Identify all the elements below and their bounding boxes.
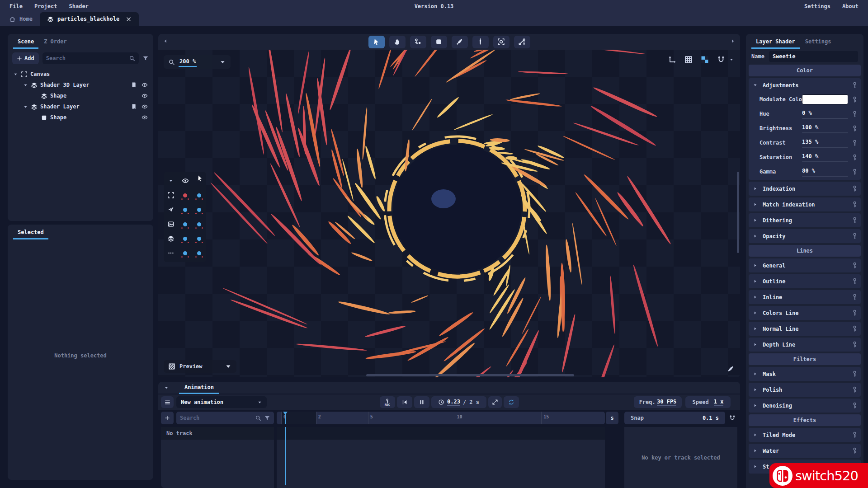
menu-about[interactable]: About: [836, 3, 864, 9]
tab-particles-blackhole[interactable]: particles_blackhole: [40, 12, 139, 26]
keyframe-icon[interactable]: [852, 371, 857, 377]
keyframe-dot[interactable]: [197, 251, 201, 255]
tab-selected[interactable]: Selected: [13, 228, 48, 239]
tool-frame-select[interactable]: [493, 36, 509, 48]
slider-track[interactable]: [802, 176, 848, 177]
slider-track[interactable]: [802, 147, 848, 148]
menu-project[interactable]: Project: [28, 3, 63, 9]
zoom-control[interactable]: 200 %: [164, 55, 231, 69]
keyframe-icon[interactable]: [852, 278, 857, 285]
time-current[interactable]: 0.23: [447, 399, 460, 406]
property-row-brightness[interactable]: Brightness100 %: [749, 121, 861, 136]
collapse-right-icon[interactable]: [730, 38, 736, 44]
zoom-value[interactable]: 200 %: [179, 57, 197, 67]
grid-icon[interactable]: [684, 55, 693, 64]
speed-value[interactable]: 1 x: [714, 399, 724, 406]
section-row-adjustments[interactable]: Adjustments: [749, 78, 861, 92]
keyframe-dot[interactable]: [197, 237, 201, 241]
keyframe-icon[interactable]: [852, 125, 857, 132]
property-row-hue[interactable]: Hue0 %: [749, 107, 861, 121]
chevron-down-icon[interactable]: [729, 57, 734, 62]
tool-brush[interactable]: [452, 36, 468, 48]
section-row-outline[interactable]: Outline: [749, 274, 861, 288]
checker-icon[interactable]: [700, 55, 709, 64]
section-row-polish[interactable]: Polish: [749, 383, 861, 397]
section-row-denoising[interactable]: Denoising: [749, 399, 861, 413]
tool-path[interactable]: [514, 36, 530, 48]
keyframe-icon[interactable]: [852, 154, 857, 161]
menu-shader[interactable]: Shader: [63, 3, 94, 9]
speed-field[interactable]: Speed 1 x: [685, 396, 731, 408]
keyframe-icon[interactable]: [852, 111, 857, 117]
section-row-tiled-mode[interactable]: Tiled Mode: [749, 428, 861, 442]
tool-pipette[interactable]: [472, 36, 489, 48]
section-row-normal-line[interactable]: Normal Line: [749, 322, 861, 336]
color-swatch[interactable]: [802, 94, 848, 104]
animation-menu-button[interactable]: [161, 396, 174, 408]
snap-value[interactable]: 0.1 s: [703, 415, 719, 421]
keyframe-icon[interactable]: [852, 169, 857, 175]
tool-transform[interactable]: [410, 36, 426, 48]
eye-icon[interactable]: [142, 82, 148, 88]
tab-settings[interactable]: Settings: [801, 37, 836, 49]
slider-track[interactable]: [802, 118, 848, 119]
freq-value[interactable]: 30 FPS: [657, 399, 676, 406]
tree-item-canvas[interactable]: Canvas: [8, 69, 153, 80]
tree-item-shape[interactable]: Shape: [8, 112, 153, 123]
axes-icon[interactable]: [668, 55, 677, 64]
tab-animation[interactable]: Animation: [179, 383, 219, 394]
keyframe-icon[interactable]: [852, 96, 857, 103]
keyframe-dot[interactable]: [183, 222, 187, 226]
record-button[interactable]: REC: [380, 396, 395, 408]
pause-button[interactable]: [414, 396, 429, 408]
preview-control[interactable]: Preview: [164, 360, 236, 373]
keyframe-icon[interactable]: [852, 217, 857, 224]
magnet-icon[interactable]: [729, 414, 736, 422]
tab-z-order[interactable]: Z Order: [39, 37, 71, 49]
track-search-input[interactable]: [180, 415, 255, 421]
keyframe-icon[interactable]: [852, 447, 857, 454]
add-track-button[interactable]: [161, 412, 174, 424]
tool-shape[interactable]: [431, 36, 447, 48]
menu-file[interactable]: File: [4, 3, 28, 9]
property-row-gamma[interactable]: Gamma80 %: [749, 164, 861, 179]
keyframe-dot[interactable]: [197, 193, 201, 197]
keyframe-dot[interactable]: [183, 251, 187, 255]
snap-field[interactable]: Snap 0.1 s: [624, 412, 725, 424]
keyframe-icon[interactable]: [852, 185, 857, 192]
tab-home[interactable]: Home: [2, 12, 40, 26]
keyframe-icon[interactable]: [852, 262, 857, 269]
property-value[interactable]: 135 %: [802, 139, 818, 145]
keyframe-icon[interactable]: [852, 325, 857, 332]
menu-settings[interactable]: Settings: [798, 3, 836, 9]
keyframe-icon[interactable]: [852, 140, 857, 146]
tree-item-shader-3d-layer[interactable]: Shader 3D Layer: [8, 80, 153, 90]
filter-icon[interactable]: [142, 55, 149, 61]
playhead-line[interactable]: [285, 427, 286, 485]
keyframe-icon[interactable]: [852, 341, 857, 348]
animation-select[interactable]: New animation: [176, 396, 267, 408]
keyframe-dot[interactable]: [183, 208, 187, 212]
eye-icon[interactable]: [142, 114, 148, 121]
canvas-viewport[interactable]: 200 % Preview: [158, 50, 740, 377]
keyframe-icon[interactable]: [852, 386, 857, 393]
palette-icon[interactable]: [131, 82, 137, 88]
playhead-marker[interactable]: [283, 412, 288, 415]
keyframe-icon[interactable]: [852, 310, 857, 316]
property-row-contrast[interactable]: Contrast135 %: [749, 136, 861, 150]
eye-icon[interactable]: [182, 177, 189, 184]
property-row-modulate-color[interactable]: Modulate Color: [749, 92, 861, 107]
magnet-icon[interactable]: [717, 55, 726, 64]
keyframe-dot[interactable]: [183, 193, 187, 197]
tool-pan[interactable]: [389, 36, 406, 48]
keyframe-dot[interactable]: [183, 237, 187, 241]
close-tab-icon[interactable]: [126, 16, 132, 22]
scene-search-input[interactable]: [46, 55, 129, 61]
eye-icon[interactable]: [142, 103, 148, 110]
keyframe-icon[interactable]: [852, 233, 857, 239]
keyframe-icon[interactable]: [852, 402, 857, 409]
caret-down-icon[interactable]: [168, 178, 174, 183]
keyframe-dot[interactable]: [197, 208, 201, 212]
skip-start-button[interactable]: [397, 396, 412, 408]
preview-caret-icon[interactable]: [225, 363, 232, 370]
